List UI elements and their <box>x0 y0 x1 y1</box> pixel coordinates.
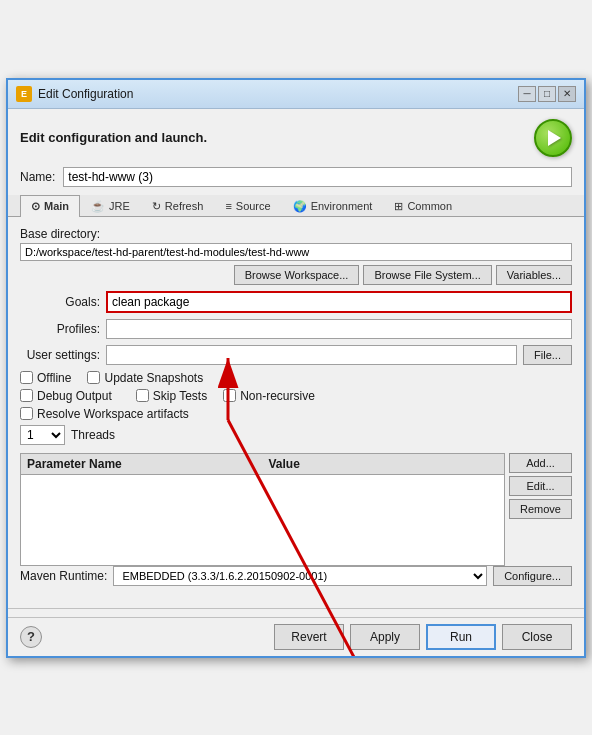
parameter-table-section: Parameter Name Value Add... Edit... Remo… <box>20 453 572 566</box>
configure-button[interactable]: Configure... <box>493 566 572 586</box>
tab-environment-label: Environment <box>311 200 373 212</box>
base-dir-buttons: Browse Workspace... Browse File System..… <box>20 265 572 285</box>
add-button[interactable]: Add... <box>509 453 572 473</box>
debug-output-checkbox-label[interactable]: Debug Output <box>20 389 112 403</box>
update-snapshots-checkbox[interactable] <box>87 371 100 384</box>
threads-label: Threads <box>71 428 115 442</box>
file-button[interactable]: File... <box>523 345 572 365</box>
footer-divider <box>8 608 584 609</box>
param-table: Parameter Name Value <box>20 453 505 566</box>
profiles-label: Profiles: <box>20 322 100 336</box>
environment-icon: 🌍 <box>293 200 307 213</box>
checkbox-row-1: Offline Update Snapshots <box>20 371 572 385</box>
dialog-icon: E <box>16 86 32 102</box>
debug-output-label: Debug Output <box>37 389 112 403</box>
offline-label: Offline <box>37 371 71 385</box>
param-table-container: Parameter Name Value <box>20 453 505 566</box>
goals-row: Goals: <box>20 291 572 313</box>
browse-file-system-button[interactable]: Browse File System... <box>363 265 491 285</box>
profiles-input[interactable] <box>106 319 572 339</box>
browse-workspace-button[interactable]: Browse Workspace... <box>234 265 360 285</box>
close-button[interactable]: Close <box>502 624 572 650</box>
tab-main-label: Main <box>44 200 69 212</box>
param-action-buttons: Add... Edit... Remove <box>509 453 572 519</box>
revert-button[interactable]: Revert <box>274 624 344 650</box>
maven-runtime-select[interactable]: EMBEDDED (3.3.3/1.6.2.20150902-0001) <box>113 566 487 586</box>
threads-row: 1 2 4 Threads <box>20 425 572 445</box>
name-label: Name: <box>20 170 55 184</box>
title-bar-left: E Edit Configuration <box>16 86 133 102</box>
base-dir-input[interactable] <box>20 243 572 261</box>
skip-tests-checkbox-label[interactable]: Skip Tests <box>136 389 207 403</box>
param-value-col-header: Value <box>263 454 505 474</box>
goals-label: Goals: <box>20 295 100 309</box>
play-icon <box>548 130 561 146</box>
help-button[interactable]: ? <box>20 626 42 648</box>
maximize-button[interactable]: □ <box>538 86 556 102</box>
tabs-bar: ⊙ Main ☕ JRE ↻ Refresh ≡ Source 🌍 Enviro… <box>8 195 584 217</box>
tab-refresh[interactable]: ↻ Refresh <box>141 195 215 217</box>
tab-common[interactable]: ⊞ Common <box>383 195 463 217</box>
dialog-title: Edit Configuration <box>38 87 133 101</box>
update-snapshots-checkbox-label[interactable]: Update Snapshots <box>87 371 203 385</box>
remove-button[interactable]: Remove <box>509 499 572 519</box>
tab-main[interactable]: ⊙ Main <box>20 195 80 217</box>
tab-environment[interactable]: 🌍 Environment <box>282 195 384 217</box>
window-controls: ─ □ ✕ <box>518 86 576 102</box>
param-table-body[interactable] <box>21 475 504 565</box>
offline-checkbox[interactable] <box>20 371 33 384</box>
tab-jre-label: JRE <box>109 200 130 212</box>
maven-runtime-row: Maven Runtime: EMBEDDED (3.3.3/1.6.2.201… <box>20 566 572 586</box>
base-dir-label: Base directory: <box>20 227 572 241</box>
debug-output-checkbox[interactable] <box>20 389 33 402</box>
threads-select[interactable]: 1 2 4 <box>20 425 65 445</box>
name-row: Name: <box>8 163 584 195</box>
tab-common-label: Common <box>407 200 452 212</box>
skip-tests-checkbox[interactable] <box>136 389 149 402</box>
jre-icon: ☕ <box>91 200 105 213</box>
dialog-header-title: Edit configuration and launch. <box>20 130 207 145</box>
param-table-header: Parameter Name Value <box>21 454 504 475</box>
close-window-button[interactable]: ✕ <box>558 86 576 102</box>
apply-button[interactable]: Apply <box>350 624 420 650</box>
tab-source[interactable]: ≡ Source <box>214 195 281 216</box>
tab-source-label: Source <box>236 200 271 212</box>
footer-buttons: Revert Apply Run Close <box>274 624 572 650</box>
maven-runtime-label: Maven Runtime: <box>20 569 107 583</box>
title-bar: E Edit Configuration ─ □ ✕ <box>8 80 584 109</box>
dialog-footer: ? Revert Apply Run Close <box>8 617 584 656</box>
user-settings-input[interactable] <box>106 345 517 365</box>
checkbox-row-3: Resolve Workspace artifacts <box>20 407 572 421</box>
base-directory-section: Base directory: Browse Workspace... Brow… <box>20 227 572 285</box>
edit-button[interactable]: Edit... <box>509 476 572 496</box>
source-icon: ≡ <box>225 200 231 212</box>
run-button[interactable]: Run <box>426 624 496 650</box>
tab-refresh-label: Refresh <box>165 200 204 212</box>
name-input[interactable] <box>63 167 572 187</box>
common-icon: ⊞ <box>394 200 403 213</box>
profiles-row: Profiles: <box>20 319 572 339</box>
non-recursive-checkbox[interactable] <box>223 389 236 402</box>
dialog-header: Edit configuration and launch. <box>8 109 584 163</box>
non-recursive-label: Non-recursive <box>240 389 315 403</box>
non-recursive-checkbox-label[interactable]: Non-recursive <box>223 389 315 403</box>
resolve-workspace-checkbox[interactable] <box>20 407 33 420</box>
skip-tests-label: Skip Tests <box>153 389 207 403</box>
variables-button[interactable]: Variables... <box>496 265 572 285</box>
play-button[interactable] <box>534 119 572 157</box>
resolve-workspace-checkbox-label[interactable]: Resolve Workspace artifacts <box>20 407 189 421</box>
edit-configuration-dialog: E Edit Configuration ─ □ ✕ Edit configur… <box>6 78 586 658</box>
offline-checkbox-label[interactable]: Offline <box>20 371 71 385</box>
user-settings-row: User settings: File... <box>20 345 572 365</box>
user-settings-label: User settings: <box>20 348 100 362</box>
minimize-button[interactable]: ─ <box>518 86 536 102</box>
refresh-icon: ↻ <box>152 200 161 213</box>
update-snapshots-label: Update Snapshots <box>104 371 203 385</box>
main-icon: ⊙ <box>31 200 40 213</box>
checkbox-row-2: Debug Output Skip Tests Non-recursive <box>20 389 572 403</box>
main-content: Base directory: Browse Workspace... Brow… <box>8 217 584 604</box>
resolve-workspace-label: Resolve Workspace artifacts <box>37 407 189 421</box>
goals-input[interactable] <box>106 291 572 313</box>
param-name-col-header: Parameter Name <box>21 454 263 474</box>
tab-jre[interactable]: ☕ JRE <box>80 195 141 217</box>
